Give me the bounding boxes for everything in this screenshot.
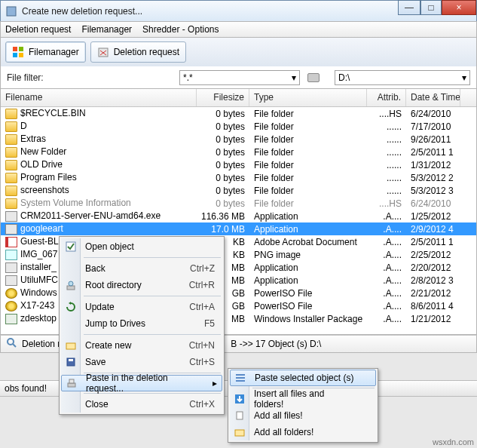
app-icon: [5, 211, 17, 222]
ctx-paste-in-deletion-request[interactable]: Paste in the deletion request... ▸: [61, 375, 222, 391]
table-row[interactable]: screenshots0 bytesFile folder......5/3/2…: [1, 184, 476, 197]
iso-icon: [5, 288, 17, 299]
tab-deletion-request[interactable]: Deletion request: [90, 41, 186, 63]
ctx-open-object[interactable]: Open object: [61, 238, 222, 255]
col-filesize[interactable]: Filesize: [197, 89, 249, 106]
ctx-jump-to-drives[interactable]: Jump to Drives F5: [61, 315, 222, 332]
tab-filemanager[interactable]: Filemanager: [5, 41, 86, 63]
app-icon: [5, 5, 17, 17]
table-row[interactable]: D0 bytesFile folder......7/17/2010: [1, 120, 476, 133]
ctx-back[interactable]: Back Ctrl+Z: [61, 260, 222, 277]
file-filter-label: File filter:: [7, 72, 44, 83]
table-row[interactable]: OLD Drive0 bytesFile folder......1/31/20…: [1, 158, 476, 171]
ctx-insert-all-files-folders[interactable]: Insert all files and folders!: [230, 391, 376, 407]
close-button[interactable]: ×: [442, 0, 476, 15]
svg-rect-15: [69, 359, 73, 361]
app-icon: [5, 224, 17, 235]
magnifier-icon: [7, 338, 17, 351]
folder-icon: [5, 160, 17, 170]
status-text: B ->> 17 Object (s) D:\: [231, 339, 321, 349]
svg-rect-3: [13, 53, 17, 57]
svg-rect-2: [19, 47, 23, 51]
table-row[interactable]: System Volume Information0 bytesFile fol…: [1, 197, 476, 210]
folder-icon: [5, 121, 17, 132]
folder-icon: [5, 186, 17, 196]
msi-icon: [5, 314, 17, 324]
folder-icon: [5, 109, 17, 119]
titlebar: Create new deletion request... — □ ×: [0, 0, 477, 21]
svg-rect-1: [13, 47, 17, 51]
png-icon: [5, 250, 17, 260]
tabbar: Filemanager Deletion request: [0, 38, 477, 66]
menu-shredder-options[interactable]: Shredder - Options: [142, 24, 219, 35]
svg-point-8: [8, 339, 14, 345]
status-prefix: Deletion r: [22, 339, 60, 349]
svg-rect-13: [66, 343, 75, 349]
svg-rect-17: [69, 379, 74, 383]
drive-value: D:\: [338, 72, 350, 83]
ctx-root-directory[interactable]: Root directory Ctrl+R: [61, 277, 222, 293]
drive-combo[interactable]: D:\ ▾: [335, 70, 470, 85]
pdf-icon: [5, 237, 17, 247]
table-row[interactable]: New Folder0 bytesFile folder......2/5/20…: [1, 146, 476, 158]
svg-rect-18: [236, 374, 245, 376]
table-row[interactable]: CRM2011-Server-ENU-amd64.exe116.36 MBApp…: [1, 210, 476, 222]
submenu-arrow-icon: ▸: [213, 378, 217, 388]
filter-pattern-combo[interactable]: *.* ▾: [179, 70, 300, 85]
ctx-close[interactable]: Close Ctrl+X: [61, 396, 222, 413]
app-icon: [5, 275, 17, 286]
context-submenu: Paste selected object (s) Insert all fil…: [228, 368, 378, 443]
ctx-paste-selected-objects[interactable]: Paste selected object (s): [230, 370, 376, 386]
svg-rect-23: [235, 430, 244, 436]
col-type[interactable]: Type: [249, 89, 367, 106]
table-row[interactable]: Extras0 bytesFile folder......9/26/2011: [1, 133, 476, 146]
jobs-text: obs found!: [5, 383, 47, 394]
folder-icon: [5, 134, 17, 145]
ctx-update[interactable]: Update Ctrl+A: [61, 299, 222, 315]
folder-icon: [5, 173, 17, 183]
col-filename[interactable]: Filename: [1, 89, 197, 106]
folder-icon: [65, 339, 77, 351]
ctx-add-all-folders[interactable]: Add all folders!: [230, 424, 376, 440]
svg-line-9: [13, 344, 16, 347]
app-icon: [5, 262, 17, 273]
column-headers: Filename Filesize Type Attrib. Date & Ti…: [1, 89, 476, 107]
drive-icon: [307, 73, 320, 82]
svg-rect-20: [236, 380, 245, 382]
file-icon: [234, 410, 246, 422]
insert-all-icon: [234, 393, 246, 405]
svg-point-12: [69, 281, 73, 286]
ctx-add-all-files[interactable]: Add all files!: [230, 407, 376, 424]
ctx-save[interactable]: Save Ctrl+S: [61, 354, 222, 370]
chevron-down-icon: ▾: [292, 72, 296, 83]
folder-icon: [234, 426, 246, 438]
refresh-icon: [65, 301, 77, 313]
table-row[interactable]: $RECYCLE.BIN0 bytesFile folder....HS6/24…: [1, 107, 476, 120]
ctx-create-new[interactable]: Create new Ctrl+N: [61, 337, 222, 354]
folder-icon: [5, 147, 17, 158]
svg-rect-19: [236, 377, 245, 379]
list-icon: [234, 372, 246, 384]
svg-rect-22: [237, 412, 243, 419]
filter-pattern-value: *.*: [183, 72, 193, 83]
maximize-button[interactable]: □: [420, 0, 442, 15]
table-row[interactable]: googleeart17.0 MBApplication.A....2/9/20…: [1, 222, 476, 235]
filter-row: File filter: *.* ▾ D:\ ▾: [0, 66, 477, 89]
save-icon: [65, 356, 77, 368]
chevron-down-icon: ▾: [462, 72, 466, 83]
watermark: wsxdn.com: [433, 437, 474, 446]
menu-filemanager[interactable]: Filemanager: [81, 24, 132, 35]
deletion-icon: [97, 46, 109, 58]
open-icon: [65, 241, 77, 253]
table-row[interactable]: Program Files0 bytesFile folder......5/3…: [1, 171, 476, 184]
svg-rect-16: [68, 383, 75, 387]
col-date[interactable]: Date & Time: [406, 89, 460, 106]
menu-deletion-request[interactable]: Deletion request: [5, 24, 71, 35]
context-menu: Open object Back Ctrl+Z Root directory C…: [59, 236, 225, 415]
col-attrib[interactable]: Attrib.: [367, 89, 406, 106]
minimize-button[interactable]: —: [398, 0, 420, 15]
windows-flag-icon: [12, 46, 24, 58]
window-title: Create new deletion request...: [22, 6, 398, 17]
iso-icon: [5, 301, 17, 311]
svg-rect-4: [19, 53, 23, 57]
